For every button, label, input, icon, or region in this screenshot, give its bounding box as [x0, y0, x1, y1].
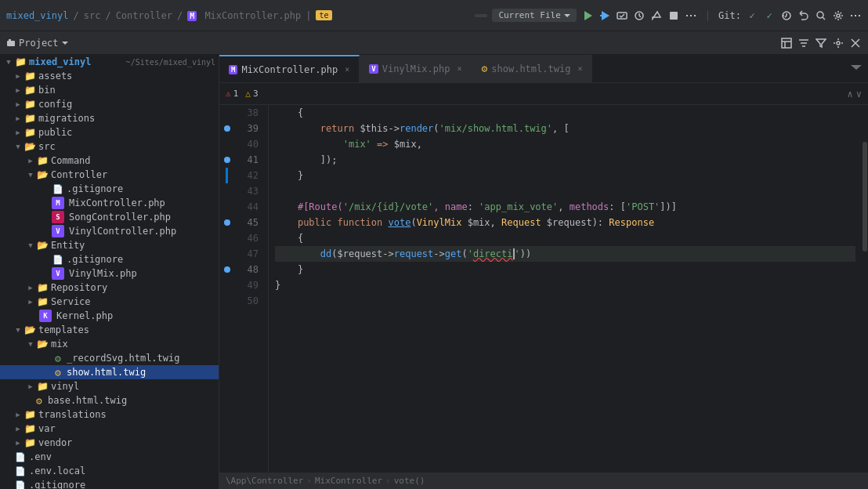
chevron-down-icon	[62, 40, 68, 46]
gutter-42	[219, 168, 235, 183]
sidebar-item-service[interactable]: ▶ 📁 Service	[0, 295, 219, 309]
sidebar-item-env-local[interactable]: 📄 .env.local	[0, 464, 219, 478]
git-history-icon[interactable]	[780, 9, 793, 22]
run-icon[interactable]	[581, 9, 594, 22]
sidebar-item-var[interactable]: ▶ 📁 var	[0, 422, 219, 436]
sidebar-item-base-twig[interactable]: ⚙ base.html.twig	[0, 393, 219, 408]
sidebar-item-translations[interactable]: ▶ 📁 translations	[0, 408, 219, 422]
sidebar-item-mixcontroller[interactable]: M MixController.php	[0, 196, 219, 210]
sidebar-item-assets[interactable]: ▶ 📁 assets	[0, 69, 219, 83]
current-file-btn[interactable]: Current File	[492, 9, 576, 22]
coverage-icon[interactable]	[616, 9, 628, 22]
search-icon[interactable]	[815, 9, 827, 22]
top-bar: mixed_vinyl / src / Controller / M MixCo…	[0, 0, 868, 31]
tab-vinylmix[interactable]: V VinylMix.php ×	[360, 55, 472, 82]
sidebar-item-public[interactable]: ▶ 📁 public	[0, 125, 219, 139]
user-icon[interactable]	[475, 14, 487, 17]
git-check2[interactable]: ✓	[763, 9, 776, 22]
collapse-controls[interactable]: ∧ ∨	[848, 89, 862, 100]
folder-icon: 📁	[36, 380, 49, 393]
collapse-up-icon[interactable]: ∧	[848, 89, 853, 100]
git-rollback-icon[interactable]	[797, 9, 810, 22]
sidebar-item-vinylmix[interactable]: V VinylMix.php	[0, 266, 219, 281]
code-line-46: {	[275, 230, 855, 246]
sidebar-item-config[interactable]: ▶ 📁 config	[0, 97, 219, 111]
sort-icon[interactable]	[797, 37, 810, 49]
sidebar-item-show-twig[interactable]: ⚙ show.html.twig	[0, 365, 219, 379]
scrollbar-thumb[interactable]	[863, 142, 867, 252]
breakpoint-marker	[224, 125, 230, 132]
sidebar-item-src[interactable]: ▼ 📂 src	[0, 139, 219, 154]
php-badge: M	[187, 11, 197, 21]
tab-close-icon[interactable]: ×	[577, 64, 582, 73]
sidebar-item-repository[interactable]: ▶ 📁 Repository	[0, 281, 219, 295]
tab-php-icon: V	[369, 64, 378, 74]
code-content[interactable]: { return $this->render('mix/show.html.tw…	[269, 105, 862, 472]
tab-close-icon[interactable]: ×	[457, 64, 461, 73]
layout-icon[interactable]	[780, 37, 793, 49]
project-settings-icon[interactable]	[832, 37, 844, 49]
sidebar-item-root[interactable]: ▼ 📁 mixed_vinyl ~/Sites/mixed_vinyl	[0, 55, 219, 69]
stop-icon[interactable]	[667, 9, 680, 22]
profiler-icon[interactable]	[633, 9, 646, 22]
controller-crumb[interactable]: Controller	[116, 10, 172, 21]
sidebar-item-env[interactable]: 📄 .env	[0, 450, 219, 464]
code-line-38: {	[275, 105, 855, 121]
debug-icon[interactable]	[599, 9, 611, 22]
sidebar-item-gitignore-root[interactable]: 📄 .gitignore	[0, 478, 219, 489]
folder-open-icon: 📂	[24, 140, 36, 153]
folder-icon: 📁	[36, 281, 49, 294]
arrow-right-icon: ▶	[13, 439, 24, 447]
project-dropdown[interactable]: Project	[6, 38, 68, 49]
project-name[interactable]: mixed_vinyl	[6, 10, 68, 21]
sidebar-item-vinylcontroller[interactable]: V VinylController.php	[0, 224, 219, 238]
gutter-45	[219, 215, 235, 230]
tab-show-twig-label: show.html.twig	[491, 63, 570, 74]
sidebar-item-gitignore-entity[interactable]: 📄 .gitignore	[0, 252, 219, 266]
sidebar-item-templates[interactable]: ▼ 📂 templates	[0, 323, 219, 337]
status-bar: \App\Controller › MixController › vote()	[219, 472, 868, 489]
project-close-icon[interactable]	[849, 37, 862, 49]
twig-file-icon: ⚙	[52, 366, 64, 379]
svg-point-12	[837, 14, 840, 17]
tab-more-icon[interactable]	[844, 62, 868, 75]
sidebar-item-songcontroller[interactable]: S SongController.php	[0, 210, 219, 224]
folder-icon: 📁	[14, 56, 27, 68]
tab-show-twig[interactable]: ⚙ show.html.twig ×	[472, 55, 592, 82]
error-count[interactable]: ⚠ 1 △ 3	[226, 89, 259, 99]
git-check1[interactable]: ✓	[746, 9, 758, 22]
svg-rect-18	[782, 38, 791, 48]
sidebar-item-kernel[interactable]: K Kernel.php	[0, 309, 219, 323]
sidebar-item-entity[interactable]: ▼ 📂 Entity	[0, 238, 219, 252]
tab-vinylmix-label: VinylMix.php	[382, 63, 450, 74]
tab-mixcontroller[interactable]: M MixController.php ×	[219, 55, 360, 82]
tab-close-icon[interactable]: ×	[345, 65, 349, 74]
src-crumb[interactable]: src	[84, 10, 101, 21]
gutter-46	[219, 230, 235, 246]
more-run-icon[interactable]	[685, 9, 697, 22]
code-editor[interactable]: 38 39 40 41 42 43 44 45 46 47 48 49 50 {	[219, 105, 868, 472]
more-icon[interactable]	[849, 9, 862, 22]
sidebar-item-controller[interactable]: ▼ 📂 Controller	[0, 168, 219, 182]
arrow-right-icon: ▶	[25, 298, 36, 306]
editor-scrollbar[interactable]	[862, 105, 868, 472]
sidebar-item-bin[interactable]: ▶ 📁 bin	[0, 83, 219, 97]
svg-point-19	[837, 42, 840, 45]
filter-icon[interactable]	[815, 37, 827, 49]
twig-file-icon: ⚙	[52, 352, 64, 364]
sidebar-item-mix[interactable]: ▼ 📂 mix	[0, 337, 219, 351]
arrow-down-icon: ▼	[25, 241, 36, 249]
svg-rect-6	[670, 12, 678, 20]
sidebar-item-vinyl[interactable]: ▶ 📁 vinyl	[0, 379, 219, 393]
sidebar-item-recordsvg[interactable]: ⚙ _recordSvg.html.twig	[0, 351, 219, 365]
settings-icon[interactable]	[832, 9, 844, 22]
ln-39: 39	[238, 121, 262, 136]
build-icon[interactable]	[650, 9, 663, 22]
gutter-43	[219, 183, 235, 199]
sidebar-item-vendor[interactable]: ▶ 📁 vendor	[0, 436, 219, 450]
collapse-down-icon[interactable]: ∨	[856, 89, 862, 100]
sidebar-item-command[interactable]: ▶ 📁 Command	[0, 154, 219, 168]
svg-marker-2	[602, 11, 609, 20]
sidebar-item-migrations[interactable]: ▶ 📁 migrations	[0, 111, 219, 125]
sidebar-item-gitignore-ctrl[interactable]: 📄 .gitignore	[0, 182, 219, 196]
